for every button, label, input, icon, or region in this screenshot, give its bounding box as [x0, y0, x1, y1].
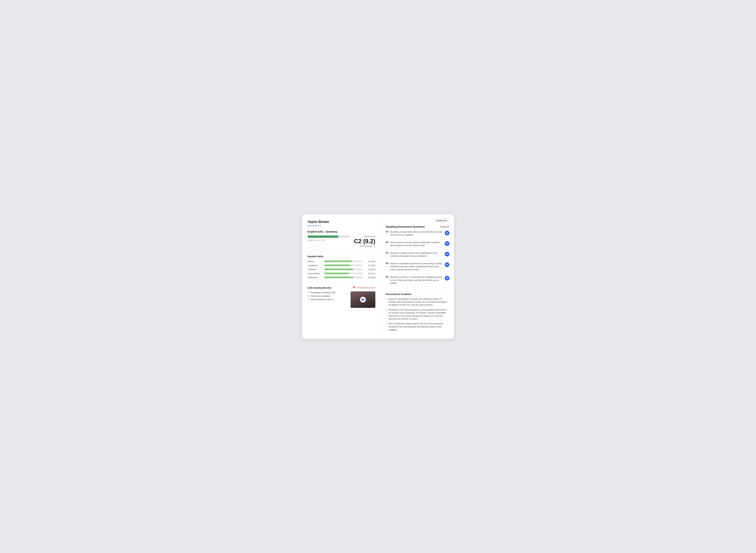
- skill-row: Vocabulary C1 (8.9): [307, 264, 375, 266]
- skill-bar-bg: [324, 276, 362, 278]
- misconduct-label: Potential Misconduct: [357, 287, 375, 289]
- skill-name: Vocabulary: [307, 264, 322, 266]
- help-icon[interactable]: ?: [373, 245, 375, 247]
- question-number: Q4.: [386, 262, 390, 264]
- question-text: Tell me about a time you helped a friend…: [390, 241, 443, 247]
- question-text: Describe your best friend. What do they …: [390, 230, 443, 236]
- skill-bar-fill: [324, 276, 353, 278]
- play-triangle-icon: [447, 264, 448, 266]
- feedback-item: Expand on descriptions to provide more d…: [389, 298, 449, 307]
- skill-row: Grammar C2 (9.5): [307, 268, 375, 270]
- skill-score: C1 (8.9): [364, 264, 375, 266]
- play-triangle-icon: [447, 232, 448, 234]
- skill-row: Fluency C2 (9.3): [307, 260, 375, 262]
- report-card: Taylor Brown taylor@hallo.ai English (US…: [302, 214, 454, 339]
- question-number: Q1.: [386, 230, 390, 233]
- score-level: Advanced High ?: [354, 245, 375, 247]
- level-text: Advanced High: [360, 245, 372, 247]
- assessment-response-row: Speaking Assessment Questions Response: [386, 225, 449, 228]
- overall-progress-bar-bg: [307, 236, 350, 238]
- question-text: Narrate a memorable experience you had d…: [390, 262, 443, 271]
- assessment-title: Speaking Assessment Questions: [386, 225, 425, 228]
- question-play-button[interactable]: [445, 276, 449, 281]
- misconduct-badge: 🚩 Potential Misconduct: [353, 286, 375, 289]
- question-row: Q1. Describe your best friend. What do t…: [386, 228, 449, 239]
- skill-name: Pronunciation: [307, 272, 322, 274]
- anti-cheat-section: Anti-cheating Monitor 🚩 Potential Miscon…: [307, 286, 375, 308]
- progress-col: September, 14, 2024: [307, 236, 350, 241]
- skill-row: Coherence C2 (9.5): [307, 276, 375, 279]
- question-row: Q4. Narrate a memorable experience you h…: [386, 260, 449, 273]
- play-triangle-icon: [447, 243, 448, 244]
- anti-cheat-list: Probability of cheating: 78%Camera was d…: [307, 292, 348, 302]
- question-number: Q2.: [386, 241, 390, 243]
- anti-cheat-title: Anti-cheating Monitor: [307, 287, 332, 289]
- overall-row: September, 14, 2024 Overall Score C2 (9.…: [307, 236, 375, 247]
- test-date: September, 14, 2024: [307, 239, 350, 241]
- feedback-list: Expand on descriptions to provide more d…: [386, 298, 449, 333]
- question-row: Q3. Describe a situation where it was ch…: [386, 249, 449, 260]
- skill-bar-fill: [324, 268, 353, 270]
- play-triangle-icon: [362, 298, 364, 301]
- flag-icon: 🚩: [353, 286, 356, 289]
- skill-bar-fill: [324, 264, 350, 266]
- skill-bar-bg: [324, 260, 362, 262]
- test-title: English (US) - Speaking: [307, 230, 375, 233]
- questions-section: Q1. Describe your best friend. What do t…: [386, 228, 449, 287]
- anti-cheat-item: Camera was disabled: [310, 295, 348, 297]
- question-text: Describe a movie or TV show that had a s…: [390, 275, 443, 285]
- right-panel: DOWNLOAD Speaking Assessment Questions R…: [381, 214, 454, 339]
- overall-score-label: Overall Score: [354, 236, 375, 238]
- play-triangle-icon: [447, 277, 448, 279]
- video-thumbnail[interactable]: [351, 292, 375, 308]
- skill-score: C1 (8.7): [364, 272, 375, 274]
- skill-name: Grammar: [307, 268, 322, 270]
- question-play-button[interactable]: [445, 262, 449, 267]
- feedback-item: Incorporate more varied vocabulary to av…: [389, 309, 449, 321]
- left-panel: Taylor Brown taylor@hallo.ai English (US…: [302, 214, 381, 339]
- play-triangle-icon: [447, 253, 448, 255]
- skill-score: C2 (9.3): [364, 260, 375, 262]
- anti-cheat-item: Probability of cheating: 78%: [310, 292, 348, 294]
- skill-bar-bg: [324, 264, 362, 266]
- skill-name: Coherence: [307, 276, 322, 279]
- feedback-title: Personalized Feedback: [386, 293, 449, 296]
- question-play-button[interactable]: [445, 241, 449, 246]
- user-email: taylor@hallo.ai: [307, 225, 375, 227]
- skills-title: Detailed Skills: [307, 255, 375, 258]
- feedback-item: Work on sentence variety to improve the …: [389, 322, 449, 331]
- question-text: Describe a situation where it was challe…: [390, 251, 443, 257]
- skill-bar-bg: [324, 272, 362, 274]
- response-label: Response: [440, 226, 449, 228]
- overall-score-value: C2 (9.2): [354, 238, 375, 244]
- skills-list: Fluency C2 (9.3) Vocabulary C1 (8.9) Gra…: [307, 260, 375, 279]
- anti-cheat-item: Times exited full-screen: 2: [310, 298, 348, 301]
- question-row: Q2. Tell me about a time you helped a fr…: [386, 239, 449, 249]
- score-col: Overall Score C2 (9.2) Advanced High ?: [354, 236, 375, 247]
- question-row: Q5. Describe a movie or TV show that had…: [386, 273, 449, 287]
- skill-bar-bg: [324, 268, 362, 270]
- skill-name: Fluency: [307, 260, 322, 262]
- question-number: Q5.: [386, 275, 390, 278]
- download-button[interactable]: DOWNLOAD: [434, 219, 449, 223]
- skill-score: C2 (9.5): [364, 276, 375, 279]
- anti-cheat-content: Probability of cheating: 78%Camera was d…: [307, 292, 375, 308]
- skill-bar-fill: [324, 272, 349, 274]
- question-number: Q3.: [386, 251, 390, 254]
- question-play-button[interactable]: [445, 231, 449, 235]
- overall-progress-bar-fill: [307, 236, 338, 238]
- play-button[interactable]: [360, 297, 366, 303]
- question-play-button[interactable]: [445, 252, 449, 256]
- skill-score: C2 (9.5): [364, 268, 375, 270]
- anti-cheat-header: Anti-cheating Monitor 🚩 Potential Miscon…: [307, 286, 375, 289]
- user-name: Taylor Brown: [307, 220, 375, 224]
- skill-row: Pronunciation C1 (8.7): [307, 272, 375, 274]
- skill-bar-fill: [324, 260, 352, 262]
